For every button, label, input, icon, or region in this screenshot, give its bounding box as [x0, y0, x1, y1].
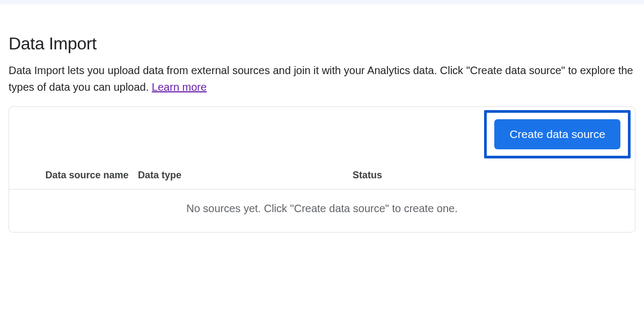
empty-state-message: No sources yet. Click "Create data sourc… — [9, 190, 635, 232]
table-header-row: Data source name Data type Status — [9, 162, 635, 190]
learn-more-link[interactable]: Learn more — [152, 81, 207, 93]
column-header-name: Data source name — [20, 169, 138, 182]
card-header: Create data source — [9, 107, 635, 162]
description-text: Data Import lets you upload data from ex… — [9, 64, 633, 93]
page-description: Data Import lets you upload data from ex… — [9, 62, 635, 96]
highlight-box: Create data source — [484, 110, 631, 158]
create-data-source-button[interactable]: Create data source — [494, 119, 620, 149]
column-header-type: Data type — [138, 170, 245, 181]
data-import-card: Create data source Data source name Data… — [9, 106, 635, 233]
main-container: Data Import Data Import lets you upload … — [0, 4, 644, 241]
column-header-status: Status — [245, 170, 624, 181]
top-strip — [0, 0, 644, 4]
page-title: Data Import — [9, 34, 635, 54]
